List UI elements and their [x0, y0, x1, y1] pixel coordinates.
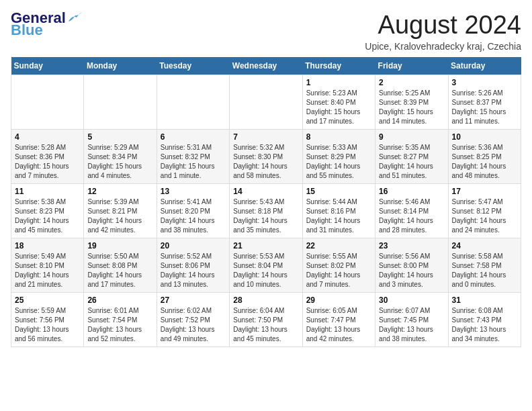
day-info: Sunrise: 5:58 AMSunset: 7:58 PMDaylight:… — [452, 252, 517, 289]
day-number: 17 — [452, 187, 517, 196]
day-info: Sunrise: 6:07 AMSunset: 7:45 PMDaylight:… — [379, 306, 444, 344]
logo: General Blue — [11, 11, 82, 38]
day-info: Sunrise: 5:36 AMSunset: 8:25 PMDaylight:… — [452, 143, 517, 181]
day-number: 12 — [87, 187, 152, 196]
calendar-cell: 9Sunrise: 5:35 AMSunset: 8:27 PMDaylight… — [375, 130, 448, 184]
day-info: Sunrise: 6:02 AMSunset: 7:52 PMDaylight:… — [161, 306, 226, 344]
day-number: 21 — [233, 241, 298, 250]
calendar-cell: 6Sunrise: 5:31 AMSunset: 8:32 PMDaylight… — [157, 130, 229, 184]
calendar-cell: 20Sunrise: 5:52 AMSunset: 8:06 PMDayligh… — [157, 238, 229, 293]
logo-text-blue: Blue — [11, 23, 43, 38]
calendar-cell — [230, 75, 302, 130]
calendar-cell: 24Sunrise: 5:58 AMSunset: 7:58 PMDayligh… — [448, 238, 521, 293]
title-area: August 2024 Upice, Kralovehradecky kraj,… — [365, 11, 521, 52]
calendar-cell: 12Sunrise: 5:39 AMSunset: 8:21 PMDayligh… — [84, 184, 157, 238]
calendar-cell: 23Sunrise: 5:56 AMSunset: 8:00 PMDayligh… — [375, 238, 448, 293]
day-number: 10 — [452, 132, 517, 142]
calendar-cell: 10Sunrise: 5:36 AMSunset: 8:25 PMDayligh… — [448, 130, 521, 184]
calendar-week-row: 4Sunrise: 5:28 AMSunset: 8:36 PMDaylight… — [11, 130, 521, 184]
day-info: Sunrise: 5:39 AMSunset: 8:21 PMDaylight:… — [87, 197, 152, 235]
calendar-cell: 26Sunrise: 6:01 AMSunset: 7:54 PMDayligh… — [84, 293, 157, 347]
calendar-cell — [11, 75, 84, 130]
day-number: 27 — [161, 295, 226, 305]
day-number: 3 — [452, 78, 517, 87]
day-info: Sunrise: 5:41 AMSunset: 8:20 PMDaylight:… — [161, 197, 226, 235]
logo-bird-icon — [67, 12, 82, 24]
weekday-header-saturday: Saturday — [448, 57, 521, 75]
calendar-cell: 11Sunrise: 5:38 AMSunset: 8:23 PMDayligh… — [11, 184, 84, 238]
calendar-cell — [84, 75, 157, 130]
calendar-cell: 8Sunrise: 5:33 AMSunset: 8:29 PMDaylight… — [302, 130, 375, 184]
day-number: 16 — [379, 187, 444, 196]
day-info: Sunrise: 5:47 AMSunset: 8:12 PMDaylight:… — [452, 197, 517, 235]
day-number: 25 — [15, 295, 80, 305]
calendar-table: SundayMondayTuesdayWednesdayThursdayFrid… — [11, 57, 521, 347]
day-number: 8 — [306, 132, 371, 142]
day-number: 26 — [87, 295, 152, 305]
day-info: Sunrise: 5:28 AMSunset: 8:36 PMDaylight:… — [15, 143, 80, 181]
calendar-cell: 16Sunrise: 5:46 AMSunset: 8:14 PMDayligh… — [375, 184, 448, 238]
calendar-cell: 18Sunrise: 5:49 AMSunset: 8:10 PMDayligh… — [11, 238, 84, 293]
day-number: 18 — [15, 241, 80, 250]
day-number: 7 — [233, 132, 298, 142]
day-info: Sunrise: 5:29 AMSunset: 8:34 PMDaylight:… — [87, 143, 152, 181]
calendar-cell: 5Sunrise: 5:29 AMSunset: 8:34 PMDaylight… — [84, 130, 157, 184]
day-info: Sunrise: 6:05 AMSunset: 7:47 PMDaylight:… — [306, 306, 371, 344]
weekday-header-sunday: Sunday — [11, 57, 84, 75]
day-number: 9 — [379, 132, 444, 142]
day-info: Sunrise: 5:56 AMSunset: 8:00 PMDaylight:… — [379, 252, 444, 289]
weekday-header-thursday: Thursday — [302, 57, 375, 75]
day-info: Sunrise: 5:23 AMSunset: 8:40 PMDaylight:… — [306, 89, 371, 126]
weekday-header-friday: Friday — [375, 57, 448, 75]
calendar-week-row: 11Sunrise: 5:38 AMSunset: 8:23 PMDayligh… — [11, 184, 521, 238]
day-number: 14 — [233, 187, 298, 196]
day-number: 5 — [87, 132, 152, 142]
day-info: Sunrise: 5:50 AMSunset: 8:08 PMDaylight:… — [87, 252, 152, 289]
calendar-cell: 27Sunrise: 6:02 AMSunset: 7:52 PMDayligh… — [157, 293, 229, 347]
day-number: 11 — [15, 187, 80, 196]
calendar-cell: 21Sunrise: 5:53 AMSunset: 8:04 PMDayligh… — [230, 238, 302, 293]
weekday-header-monday: Monday — [84, 57, 157, 75]
day-number: 1 — [306, 78, 371, 87]
calendar-cell: 13Sunrise: 5:41 AMSunset: 8:20 PMDayligh… — [157, 184, 229, 238]
day-number: 28 — [233, 295, 298, 305]
calendar-cell: 3Sunrise: 5:26 AMSunset: 8:37 PMDaylight… — [448, 75, 521, 130]
calendar-cell: 7Sunrise: 5:32 AMSunset: 8:30 PMDaylight… — [230, 130, 302, 184]
calendar-week-row: 18Sunrise: 5:49 AMSunset: 8:10 PMDayligh… — [11, 238, 521, 293]
day-number: 30 — [379, 295, 444, 305]
day-info: Sunrise: 5:33 AMSunset: 8:29 PMDaylight:… — [306, 143, 371, 181]
day-number: 15 — [306, 187, 371, 196]
day-info: Sunrise: 5:46 AMSunset: 8:14 PMDaylight:… — [379, 197, 444, 235]
calendar-cell: 14Sunrise: 5:43 AMSunset: 8:18 PMDayligh… — [230, 184, 302, 238]
calendar-cell: 17Sunrise: 5:47 AMSunset: 8:12 PMDayligh… — [448, 184, 521, 238]
calendar-cell: 25Sunrise: 5:59 AMSunset: 7:56 PMDayligh… — [11, 293, 84, 347]
day-info: Sunrise: 6:08 AMSunset: 7:43 PMDaylight:… — [452, 306, 517, 344]
location-title: Upice, Kralovehradecky kraj, Czechia — [365, 41, 521, 52]
day-info: Sunrise: 6:01 AMSunset: 7:54 PMDaylight:… — [87, 306, 152, 344]
day-info: Sunrise: 5:52 AMSunset: 8:06 PMDaylight:… — [161, 252, 226, 289]
calendar-cell: 22Sunrise: 5:55 AMSunset: 8:02 PMDayligh… — [302, 238, 375, 293]
day-number: 6 — [161, 132, 226, 142]
weekday-header-tuesday: Tuesday — [157, 57, 229, 75]
calendar-cell: 1Sunrise: 5:23 AMSunset: 8:40 PMDaylight… — [302, 75, 375, 130]
day-number: 22 — [306, 241, 371, 250]
calendar-cell: 29Sunrise: 6:05 AMSunset: 7:47 PMDayligh… — [302, 293, 375, 347]
calendar-cell: 30Sunrise: 6:07 AMSunset: 7:45 PMDayligh… — [375, 293, 448, 347]
calendar-week-row: 1Sunrise: 5:23 AMSunset: 8:40 PMDaylight… — [11, 75, 521, 130]
calendar-cell: 2Sunrise: 5:25 AMSunset: 8:39 PMDaylight… — [375, 75, 448, 130]
day-info: Sunrise: 5:31 AMSunset: 8:32 PMDaylight:… — [161, 143, 226, 181]
day-info: Sunrise: 5:38 AMSunset: 8:23 PMDaylight:… — [15, 197, 80, 235]
day-info: Sunrise: 5:26 AMSunset: 8:37 PMDaylight:… — [452, 89, 517, 126]
day-number: 2 — [379, 78, 444, 87]
month-title: August 2024 — [365, 11, 521, 40]
day-info: Sunrise: 5:55 AMSunset: 8:02 PMDaylight:… — [306, 252, 371, 289]
calendar-cell: 19Sunrise: 5:50 AMSunset: 8:08 PMDayligh… — [84, 238, 157, 293]
day-number: 29 — [306, 295, 371, 305]
day-info: Sunrise: 5:32 AMSunset: 8:30 PMDaylight:… — [233, 143, 298, 181]
calendar-cell: 28Sunrise: 6:04 AMSunset: 7:50 PMDayligh… — [230, 293, 302, 347]
weekday-header-row: SundayMondayTuesdayWednesdayThursdayFrid… — [11, 57, 521, 75]
calendar-cell: 31Sunrise: 6:08 AMSunset: 7:43 PMDayligh… — [448, 293, 521, 347]
calendar-cell: 4Sunrise: 5:28 AMSunset: 8:36 PMDaylight… — [11, 130, 84, 184]
day-number: 23 — [379, 241, 444, 250]
day-info: Sunrise: 5:59 AMSunset: 7:56 PMDaylight:… — [15, 306, 80, 344]
